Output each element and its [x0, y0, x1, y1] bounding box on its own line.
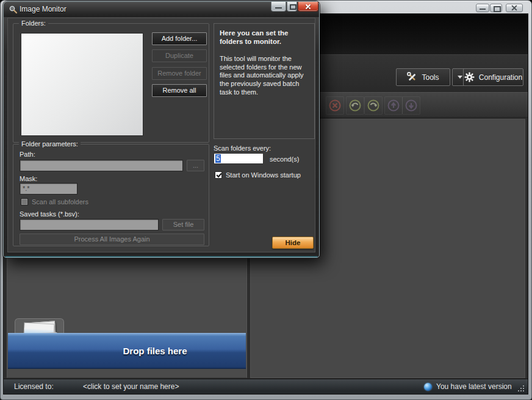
- delete-button[interactable]: [326, 96, 344, 115]
- rotate-left-button[interactable]: [346, 96, 364, 115]
- folder-parameters-label: Folder parameters:: [19, 140, 81, 148]
- rotate-left-icon: [348, 99, 362, 112]
- arrow-down-icon: [404, 99, 418, 112]
- folders-listbox[interactable]: [21, 33, 143, 136]
- remove-all-button[interactable]: Remove all: [152, 84, 207, 97]
- path-input[interactable]: [20, 160, 183, 171]
- maximize-icon: [491, 4, 501, 12]
- scan-interval-value: 5: [215, 154, 221, 163]
- process-all-images-button: Process All Images Again: [20, 234, 204, 245]
- folders-group: Folders: Add folder... Duplicate Remove …: [13, 23, 209, 143]
- add-folder-button[interactable]: Add folder...: [152, 32, 207, 45]
- arrow-up-icon: [387, 99, 400, 112]
- browse-button: ...: [187, 160, 204, 171]
- magnifier-icon: [9, 5, 18, 14]
- resize-grip[interactable]: [516, 384, 524, 391]
- info-box: Here you can set the folders to monitor.…: [214, 23, 315, 139]
- remove-folder-button: Remove folder: [152, 67, 207, 80]
- main-maximize-button[interactable]: [490, 4, 502, 12]
- screen: Tools: [0, 0, 532, 400]
- scan-interval-label: Scan folders every:: [214, 145, 271, 152]
- drop-files-label: Drop files here: [64, 334, 246, 368]
- duplicate-button: Duplicate: [152, 49, 207, 62]
- update-status-icon: [424, 383, 432, 391]
- scan-interval-unit: second(s): [270, 155, 299, 163]
- path-label: Path:: [20, 151, 35, 158]
- info-heading: Here you can set the folders to monitor.: [220, 29, 309, 46]
- main-close-button[interactable]: [506, 4, 523, 12]
- drop-files-zone[interactable]: Drop files here: [8, 333, 246, 369]
- configuration-button[interactable]: Configuration: [463, 68, 523, 86]
- rotate-right-button[interactable]: [364, 96, 383, 115]
- scan-interval-input[interactable]: 5: [214, 153, 264, 164]
- info-body: This tool will monitor the selected fold…: [220, 55, 309, 97]
- main-minimize-button[interactable]: [476, 4, 489, 12]
- gear-icon: [464, 72, 475, 82]
- saved-tasks-label: Saved tasks (*.bsv):: [20, 210, 79, 218]
- scan-subfolders-label: Scan all subfolders: [32, 198, 88, 205]
- minimize-icon: [476, 4, 489, 12]
- configuration-button-label: Configuration: [479, 73, 522, 82]
- saved-tasks-input[interactable]: [20, 219, 159, 230]
- mask-input[interactable]: *.*: [20, 183, 77, 195]
- move-down-button[interactable]: [402, 96, 420, 115]
- tools-icon: [407, 72, 417, 82]
- folders-group-label: Folders:: [19, 20, 48, 27]
- checkbox-checked-icon: [215, 171, 222, 179]
- startup-checkbox[interactable]: Start on Windows startup: [215, 171, 301, 179]
- scan-subfolders-checkbox: Scan all subfolders: [21, 198, 88, 205]
- licensed-label: Licensed to:: [14, 382, 54, 391]
- delete-icon: [328, 99, 342, 112]
- chevron-down-icon: [458, 76, 462, 79]
- mask-label: Mask:: [20, 175, 37, 182]
- status-bar: Licensed to: <click to set your name her…: [4, 379, 528, 394]
- folder-parameters-group: Folder parameters: Path: ... Mask: *.* S…: [13, 144, 209, 246]
- version-status: You have latest version: [436, 382, 512, 391]
- dialog-minimize-button[interactable]: [271, 2, 286, 12]
- rotate-right-icon: [367, 99, 380, 112]
- dialog-title: Image Monitor: [20, 5, 66, 13]
- licensed-value[interactable]: <click to set your name here>: [83, 382, 179, 391]
- dialog-maximize-button[interactable]: [287, 2, 297, 12]
- dialog-client-area: Folders: Add folder... Duplicate Remove …: [7, 18, 315, 252]
- dialog-titlebar[interactable]: Image Monitor: [4, 2, 319, 17]
- checkbox-icon: [21, 198, 28, 205]
- dialog-close-button[interactable]: [298, 2, 318, 12]
- image-monitor-dialog: Image Monitor Folders: Add folder... Dup…: [3, 1, 320, 258]
- hide-button[interactable]: Hide: [272, 237, 314, 249]
- close-icon: [506, 4, 522, 12]
- set-file-button: Set file: [162, 219, 204, 230]
- tools-button[interactable]: Tools: [396, 68, 450, 86]
- tools-button-label: Tools: [422, 73, 439, 82]
- move-up-button[interactable]: [384, 96, 403, 115]
- startup-label: Start on Windows startup: [226, 171, 301, 179]
